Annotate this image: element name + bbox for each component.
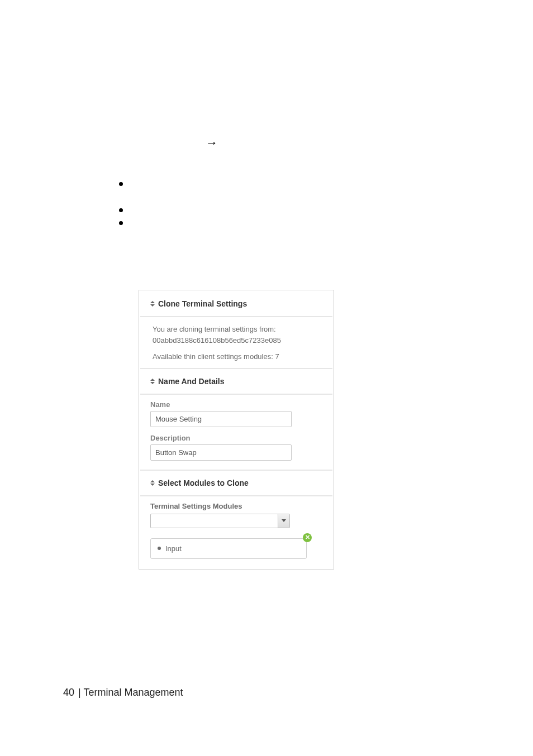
description-input[interactable] xyxy=(150,444,292,461)
clone-info: You are cloning terminal settings from: … xyxy=(140,317,332,368)
section-modules-title: Select Modules to Clone xyxy=(158,479,249,487)
panel-title-row[interactable]: Clone Terminal Settings xyxy=(150,299,322,308)
section-modules-header: Select Modules to Clone xyxy=(140,470,332,496)
name-input[interactable] xyxy=(150,411,292,427)
panel-header: Clone Terminal Settings xyxy=(140,291,332,317)
section-modules-body: Terminal Settings Modules Input ✕ xyxy=(140,496,332,568)
section-name-details-title: Name And Details xyxy=(158,377,225,386)
page-number: 40 xyxy=(63,687,74,698)
bullet-icon xyxy=(119,182,123,186)
section-name-details-header: Name And Details xyxy=(140,368,332,395)
module-item-label: Input xyxy=(165,544,182,553)
clone-info-line1: You are cloning terminal settings from: xyxy=(153,324,322,335)
remove-module-button[interactable]: ✕ xyxy=(303,533,312,542)
modules-select[interactable] xyxy=(150,514,290,528)
name-label: Name xyxy=(150,400,322,409)
chevron-down-icon xyxy=(278,514,289,528)
bullet-icon xyxy=(158,547,161,550)
sort-caret-icon xyxy=(150,480,155,486)
section-modules-toggle[interactable]: Select Modules to Clone xyxy=(150,479,322,487)
panel-title: Clone Terminal Settings xyxy=(158,299,247,308)
footer-section: Terminal Management xyxy=(83,687,183,698)
footer-separator: | xyxy=(75,687,83,698)
clone-info-available: Available thin client settings modules: … xyxy=(153,351,322,362)
sort-caret-icon xyxy=(150,301,155,307)
module-item-card: Input ✕ xyxy=(150,538,307,559)
page-footer: 40 | Terminal Management xyxy=(63,687,183,698)
arrow-icon: → xyxy=(206,136,218,150)
section-name-details-toggle[interactable]: Name And Details xyxy=(150,377,322,386)
section-name-details-body: Name Description xyxy=(140,395,332,470)
bullet-icon xyxy=(119,221,123,225)
clone-settings-panel: Clone Terminal Settings You are cloning … xyxy=(139,290,334,570)
sort-caret-icon xyxy=(150,379,155,384)
bullet-icon xyxy=(119,208,123,212)
modules-label: Terminal Settings Modules xyxy=(150,502,322,510)
description-label: Description xyxy=(150,434,322,442)
clone-info-guid: 00abbd3188c616108b56ed5c7233e085 xyxy=(153,335,322,346)
